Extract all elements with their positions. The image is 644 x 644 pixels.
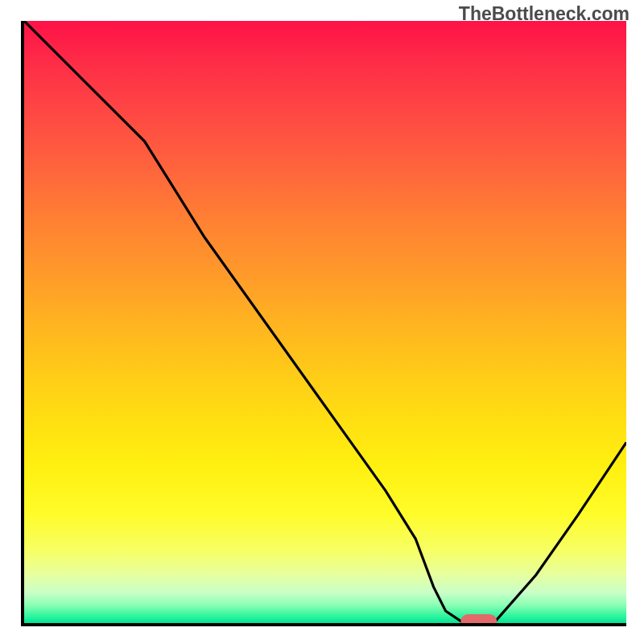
marker-layer: [24, 21, 626, 623]
optimal-point-marker: [460, 614, 497, 623]
chart-container: TheBottleneck.com: [0, 0, 644, 644]
watermark-text: TheBottleneck.com: [459, 3, 630, 25]
plot-area: [21, 21, 626, 626]
